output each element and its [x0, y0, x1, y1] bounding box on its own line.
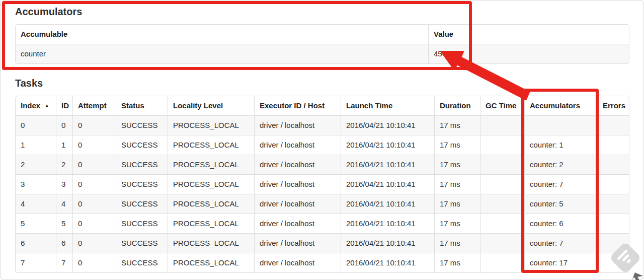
table-row: 440SUCCESSPROCESS_LOCALdriver / localhos… [16, 194, 629, 214]
cell-accumulable: counter [16, 44, 428, 63]
cell-locality-level: PROCESS_LOCAL [168, 214, 254, 233]
cell-index: 7 [16, 253, 56, 272]
table-row: 770SUCCESSPROCESS_LOCALdriver / localhos… [16, 253, 629, 272]
cell-status: SUCCESS [116, 233, 168, 253]
cell-index: 1 [16, 135, 56, 155]
cell-status: SUCCESS [116, 253, 168, 272]
cell-status: SUCCESS [116, 155, 168, 174]
table-row: 000SUCCESSPROCESS_LOCALdriver / localhos… [16, 115, 629, 135]
cell-launch-time: 2016/04/21 10:10:41 [341, 214, 434, 233]
cell-index: 6 [16, 233, 56, 253]
cell-duration: 17 ms [434, 253, 480, 272]
cell-gc-time [480, 194, 524, 214]
tasks-table: Index▲IDAttemptStatusLocality LevelExecu… [15, 96, 629, 273]
cell-errors [597, 253, 629, 272]
cell-launch-time: 2016/04/21 10:10:41 [341, 253, 434, 272]
column-header-attempt[interactable]: Attempt [72, 96, 116, 115]
cell-index: 5 [16, 214, 56, 233]
cell-gc-time [480, 115, 524, 135]
cell-launch-time: 2016/04/21 10:10:41 [341, 233, 434, 253]
cell-errors [597, 214, 629, 233]
cell-accumulators: counter: 6 [524, 214, 597, 233]
cell-status: SUCCESS [116, 194, 168, 214]
cell-gc-time [480, 174, 524, 194]
cell-accumulators: counter: 2 [524, 155, 597, 174]
cell-id: 2 [56, 155, 72, 174]
column-header-status[interactable]: Status [116, 96, 168, 115]
column-header-gc-time[interactable]: GC Time [480, 96, 524, 115]
cell-attempt: 0 [72, 155, 116, 174]
column-header-executor-id-host[interactable]: Executor ID / Host [254, 96, 341, 115]
table-row: 550SUCCESSPROCESS_LOCALdriver / localhos… [16, 214, 629, 233]
cell-accumulators: counter: 1 [524, 135, 597, 155]
column-header-value[interactable]: Value [428, 25, 629, 44]
cell-accumulators [524, 115, 597, 135]
cell-errors [597, 174, 629, 194]
cell-id: 7 [56, 253, 72, 272]
accumulators-table-header-row: AccumulableValue [16, 25, 629, 44]
column-header-id[interactable]: ID [56, 96, 72, 115]
cell-gc-time [480, 253, 524, 272]
cell-id: 0 [56, 115, 72, 135]
cell-launch-time: 2016/04/21 10:10:41 [341, 194, 434, 214]
column-header-launch-time[interactable]: Launch Time [341, 96, 434, 115]
column-header-accumulable[interactable]: Accumulable [16, 25, 428, 44]
cell-errors [597, 155, 629, 174]
cell-duration: 17 ms [434, 115, 480, 135]
cell-locality-level: PROCESS_LOCAL [168, 174, 254, 194]
cell-attempt: 0 [72, 214, 116, 233]
cell-duration: 17 ms [434, 233, 480, 253]
cell-duration: 17 ms [434, 194, 480, 214]
table-row: 330SUCCESSPROCESS_LOCALdriver / localhos… [16, 174, 629, 194]
column-header-accumulators[interactable]: Accumulators [524, 96, 597, 115]
cell-launch-time: 2016/04/21 10:10:41 [341, 174, 434, 194]
cell-gc-time [480, 155, 524, 174]
cell-launch-time: 2016/04/21 10:10:41 [341, 155, 434, 174]
cell-gc-time [480, 135, 524, 155]
cell-status: SUCCESS [116, 135, 168, 155]
cell-accumulators: counter: 7 [524, 174, 597, 194]
cell-locality-level: PROCESS_LOCAL [168, 115, 254, 135]
accumulators-table: AccumulableValue counter45 [15, 24, 629, 64]
cell-executor-id-host: driver / localhost [254, 214, 341, 233]
table-row: 660SUCCESSPROCESS_LOCALdriver / localhos… [16, 233, 629, 253]
cell-launch-time: 2016/04/21 10:10:41 [341, 115, 434, 135]
cell-attempt: 0 [72, 174, 116, 194]
cell-value: 45 [428, 44, 629, 63]
accumulators-section-heading: Accumulators [15, 6, 629, 18]
column-header-locality-level[interactable]: Locality Level [168, 96, 254, 115]
column-header-index[interactable]: Index▲ [16, 96, 56, 115]
mouse-cursor-icon [631, 271, 644, 280]
cell-errors [597, 115, 629, 135]
cell-id: 1 [56, 135, 72, 155]
cell-launch-time: 2016/04/21 10:10:41 [341, 135, 434, 155]
cell-locality-level: PROCESS_LOCAL [168, 233, 254, 253]
cell-locality-level: PROCESS_LOCAL [168, 135, 254, 155]
cell-gc-time [480, 233, 524, 253]
cell-errors [597, 194, 629, 214]
cell-status: SUCCESS [116, 115, 168, 135]
tasks-table-header-row: Index▲IDAttemptStatusLocality LevelExecu… [16, 96, 629, 115]
cell-locality-level: PROCESS_LOCAL [168, 253, 254, 272]
cell-executor-id-host: driver / localhost [254, 174, 341, 194]
cell-id: 5 [56, 214, 72, 233]
cell-accumulators: counter: 17 [524, 253, 597, 272]
cell-errors [597, 233, 629, 253]
cell-id: 3 [56, 174, 72, 194]
cell-index: 3 [16, 174, 56, 194]
page-content: Accumulators AccumulableValue counter45 … [15, 0, 629, 273]
cell-executor-id-host: driver / localhost [254, 115, 341, 135]
tasks-section-heading: Tasks [15, 78, 629, 89]
column-header-errors[interactable]: Errors [597, 96, 629, 115]
cell-locality-level: PROCESS_LOCAL [168, 194, 254, 214]
cell-executor-id-host: driver / localhost [254, 233, 341, 253]
cell-attempt: 0 [72, 135, 116, 155]
cell-executor-id-host: driver / localhost [254, 253, 341, 272]
column-header-duration[interactable]: Duration [434, 96, 480, 115]
table-row: 220SUCCESSPROCESS_LOCALdriver / localhos… [16, 155, 629, 174]
cell-accumulators: counter: 7 [524, 233, 597, 253]
cell-errors [597, 135, 629, 155]
cell-executor-id-host: driver / localhost [254, 194, 341, 214]
cell-index: 4 [16, 194, 56, 214]
cell-id: 6 [56, 233, 72, 253]
